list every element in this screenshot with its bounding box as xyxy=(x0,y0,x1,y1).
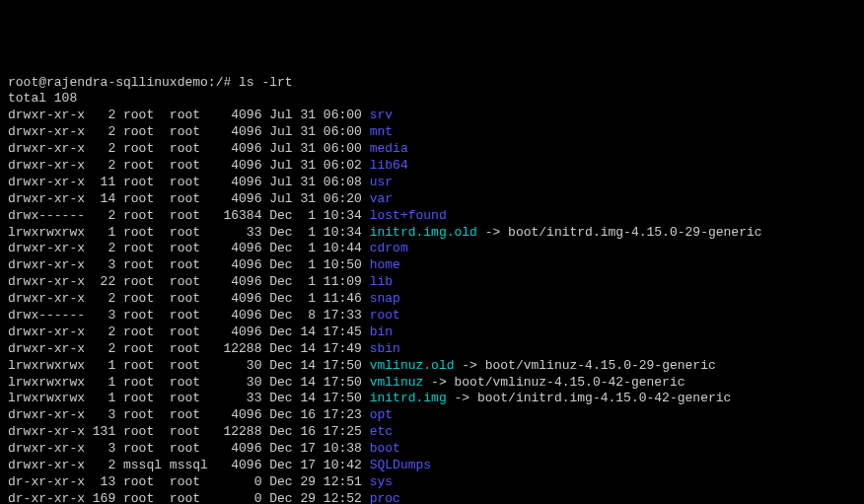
terminal-output[interactable]: root@rajendra-sqllinuxdemo:/# ls -lrttot… xyxy=(8,75,856,504)
file-name: media xyxy=(370,141,408,156)
file-name: sys xyxy=(370,474,393,489)
listing-row: drwxr-xr-x 2 mssql mssql 4096 Dec 17 10:… xyxy=(8,458,856,474)
file-name: SQLDumps xyxy=(370,458,431,472)
command-text: ls -lrt xyxy=(239,75,293,90)
listing-row: drwxr-xr-x 11 root root 4096 Jul 31 06:0… xyxy=(8,175,856,191)
listing-row: lrwxrwxrwx 1 root root 33 Dec 14 17:50 i… xyxy=(8,391,856,407)
listing-row: drwxr-xr-x 14 root root 4096 Jul 31 06:2… xyxy=(8,191,856,208)
file-name: home xyxy=(370,257,400,272)
file-name: usr xyxy=(370,175,393,189)
listing-row: lrwxrwxrwx 1 root root 30 Dec 14 17:50 v… xyxy=(8,375,856,392)
listing-row: drwxr-xr-x 22 root root 4096 Dec 1 11:09… xyxy=(8,274,856,291)
listing-row: drwx------ 2 root root 16384 Dec 1 10:34… xyxy=(8,208,856,225)
file-name: lib xyxy=(370,274,393,289)
file-name: initrd.img.old xyxy=(370,225,477,240)
file-name: proc xyxy=(370,491,400,504)
file-name: sbin xyxy=(370,341,400,356)
file-name: bin xyxy=(370,324,393,339)
file-name: vmlinuz.old xyxy=(370,358,455,373)
listing-row: drwxr-xr-x 2 root root 4096 Jul 31 06:02… xyxy=(8,158,856,175)
listing-row: lrwxrwxrwx 1 root root 33 Dec 1 10:34 in… xyxy=(8,225,856,242)
file-name: var xyxy=(370,191,393,206)
listing-row: drwxr-xr-x 2 root root 4096 Dec 1 11:46 … xyxy=(8,291,856,308)
listing-row: drwx------ 3 root root 4096 Dec 8 17:33 … xyxy=(8,308,856,324)
listing-row: drwxr-xr-x 3 root root 4096 Dec 17 10:38… xyxy=(8,441,856,458)
shell-prompt: root@rajendra-sqllinuxdemo:/# xyxy=(8,75,231,90)
total-line: total 108 xyxy=(8,91,856,108)
listing-row: dr-xr-xr-x 13 root root 0 Dec 29 12:51 s… xyxy=(8,474,856,491)
file-name: srv xyxy=(370,108,393,122)
file-name: mnt xyxy=(370,124,393,139)
listing-row: drwxr-xr-x 2 root root 4096 Dec 14 17:45… xyxy=(8,324,856,341)
listing-row: drwxr-xr-x 3 root root 4096 Dec 16 17:23… xyxy=(8,407,856,424)
file-name: boot xyxy=(370,441,400,456)
file-name: snap xyxy=(370,291,400,306)
file-name: lib64 xyxy=(370,158,408,173)
listing-row: lrwxrwxrwx 1 root root 30 Dec 14 17:50 v… xyxy=(8,358,856,375)
listing-row: drwxr-xr-x 2 root root 4096 Jul 31 06:00… xyxy=(8,124,856,141)
file-name: lost+found xyxy=(370,208,447,223)
file-name: cdrom xyxy=(370,241,408,255)
listing-row: drwxr-xr-x 2 root root 12288 Dec 14 17:4… xyxy=(8,341,856,358)
listing-row: drwxr-xr-x 2 root root 4096 Jul 31 06:00… xyxy=(8,141,856,158)
listing-row: dr-xr-xr-x 169 root root 0 Dec 29 12:52 … xyxy=(8,491,856,504)
listing-row: drwxr-xr-x 3 root root 4096 Dec 1 10:50 … xyxy=(8,257,856,274)
listing-row: drwxr-xr-x 2 root root 4096 Dec 1 10:44 … xyxy=(8,241,856,257)
file-name: vmlinuz xyxy=(370,375,424,390)
prompt-line: root@rajendra-sqllinuxdemo:/# ls -lrt xyxy=(8,75,856,92)
file-name: root xyxy=(370,308,400,323)
file-name: etc xyxy=(370,424,393,439)
listing-row: drwxr-xr-x 131 root root 12288 Dec 16 17… xyxy=(8,424,856,441)
listing-row: drwxr-xr-x 2 root root 4096 Jul 31 06:00… xyxy=(8,108,856,124)
file-name: initrd.img xyxy=(370,391,447,405)
file-name: opt xyxy=(370,407,393,422)
